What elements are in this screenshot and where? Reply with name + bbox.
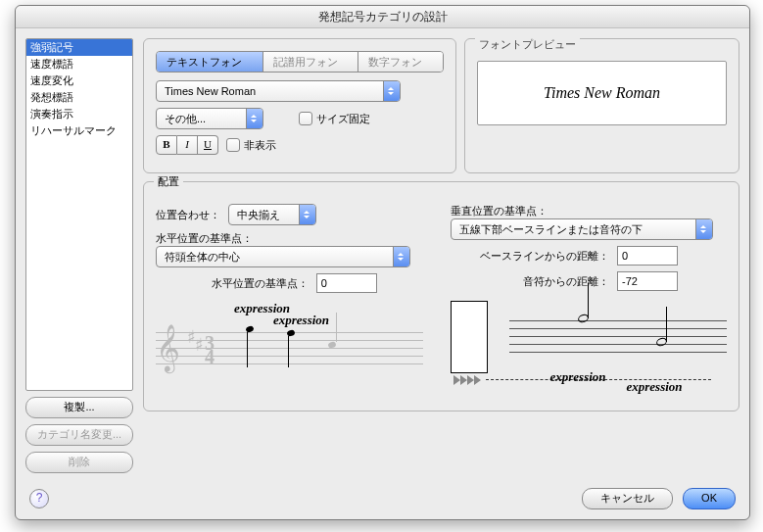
font-other-value: その他...	[165, 112, 206, 126]
window-title: 発想記号カテゴリの設計	[16, 6, 749, 28]
style-buttons: B I U	[156, 135, 218, 155]
help-icon[interactable]: ?	[29, 489, 49, 508]
chevron-updown-icon	[383, 81, 400, 101]
chevron-updown-icon	[246, 109, 262, 128]
h-staff-diagram: expression expression 𝄞 ♯ ♯ 3 4	[156, 303, 433, 391]
checkbox-icon	[226, 138, 240, 152]
h-ref-value: 符頭全体の中心	[165, 250, 240, 265]
chevron-updown-icon	[695, 219, 712, 239]
h-offset-input[interactable]	[316, 273, 377, 293]
font-group: テキストフォント 記譜用フォント 数字フォント Times New Roman …	[143, 38, 456, 173]
note-offset-input[interactable]	[617, 271, 678, 291]
ok-button[interactable]: OK	[683, 488, 736, 509]
cancel-button[interactable]: キャンセル	[582, 488, 673, 509]
justify-value: 中央揃え	[237, 208, 280, 222]
expression-label: expression	[627, 379, 683, 395]
v-ref-select[interactable]: 五線下部ベースラインまたは音符の下	[451, 218, 713, 240]
h-offset-label: 水平位置の基準点：	[212, 276, 309, 291]
h-ref-select[interactable]: 符頭全体の中心	[156, 246, 410, 267]
v-ref-value: 五線下部ベースラインまたは音符の下	[459, 222, 643, 237]
bottom-bar: ? キャンセル OK	[16, 488, 749, 509]
expression-label: expression	[273, 313, 329, 328]
font-preview: Times New Roman	[477, 61, 727, 125]
checkbox-icon	[299, 112, 312, 125]
font-other-select[interactable]: その他...	[156, 108, 263, 129]
horizontal-column: 位置合わせ： 中央揃え 水平位置の基準点： 符頭全体の中心	[156, 204, 433, 399]
hide-checkbox[interactable]: 非表示	[226, 138, 276, 153]
font-family-select[interactable]: Times New Roman	[156, 80, 401, 102]
sidebar: 強弱記号 速度標語 速度変化 発想標語 演奏指示 リハーサルマーク 複製... …	[25, 38, 133, 473]
delete-button[interactable]: 削除	[25, 452, 133, 473]
list-item[interactable]: 速度標語	[26, 56, 132, 73]
drag-handle	[451, 301, 488, 373]
chevron-updown-icon	[299, 205, 315, 224]
italic-button[interactable]: I	[177, 135, 198, 155]
v-staff-diagram: expression expression	[451, 301, 728, 399]
underline-button[interactable]: U	[198, 135, 218, 155]
top-row: テキストフォント 記譜用フォント 数字フォント Times New Roman …	[143, 38, 739, 173]
hide-label: 非表示	[244, 138, 276, 153]
h-ref-title: 水平位置の基準点：	[156, 231, 433, 246]
chevron-updown-icon	[393, 247, 409, 266]
category-list[interactable]: 強弱記号 速度標語 速度変化 発想標語 演奏指示 リハーサルマーク	[25, 38, 133, 391]
content-area: 強弱記号 速度標語 速度変化 発想標語 演奏指示 リハーサルマーク 複製... …	[16, 28, 749, 483]
note-offset-label: 音符からの距離：	[523, 274, 609, 289]
baseline-offset-input[interactable]	[617, 246, 678, 266]
dialog-window: 発想記号カテゴリの設計 強弱記号 速度標語 速度変化 発想標語 演奏指示 リハー…	[15, 5, 750, 520]
justify-label: 位置合わせ：	[156, 208, 220, 222]
preview-title: フォントプレビュー	[475, 37, 580, 52]
preview-group: フォントプレビュー Times New Roman	[464, 38, 739, 173]
positioning-columns: 位置合わせ： 中央揃え 水平位置の基準点： 符頭全体の中心	[156, 204, 727, 399]
tab-text-font[interactable]: テキストフォント	[157, 52, 263, 72]
tab-music-font[interactable]: 記譜用フォント	[263, 52, 359, 72]
list-item[interactable]: 速度変化	[26, 73, 132, 89]
v-ref-title: 垂直位置の基準点：	[451, 204, 728, 218]
font-family-value: Times New Roman	[165, 85, 256, 97]
duplicate-button[interactable]: 複製...	[25, 397, 133, 418]
fixed-size-label: サイズ固定	[316, 112, 370, 126]
rename-button[interactable]: カテゴリ名変更...	[25, 424, 133, 446]
font-tabs: テキストフォント 記譜用フォント 数字フォント	[156, 51, 444, 73]
bold-button[interactable]: B	[156, 135, 177, 155]
fixed-size-checkbox[interactable]: サイズ固定	[299, 112, 370, 126]
justify-select[interactable]: 中央揃え	[228, 204, 316, 225]
right-column: テキストフォント 記譜用フォント 数字フォント Times New Roman …	[143, 38, 739, 473]
list-item[interactable]: 演奏指示	[26, 106, 132, 122]
positioning-group: 配置 位置合わせ： 中央揃え 水平位置の基準点：	[143, 181, 739, 411]
vertical-column: 垂直位置の基準点： 五線下部ベースラインまたは音符の下 ベースラインからの距離：	[451, 204, 728, 399]
list-item[interactable]: 強弱記号	[26, 39, 132, 56]
list-item[interactable]: 発想標語	[26, 89, 132, 106]
expression-label: expression	[550, 369, 606, 385]
positioning-title: 配置	[154, 174, 183, 189]
list-item[interactable]: リハーサルマーク	[26, 122, 132, 139]
tab-number-font[interactable]: 数字フォント	[358, 52, 443, 72]
play-indicator-icon	[453, 375, 481, 385]
baseline-offset-label: ベースラインからの距離：	[480, 249, 609, 264]
